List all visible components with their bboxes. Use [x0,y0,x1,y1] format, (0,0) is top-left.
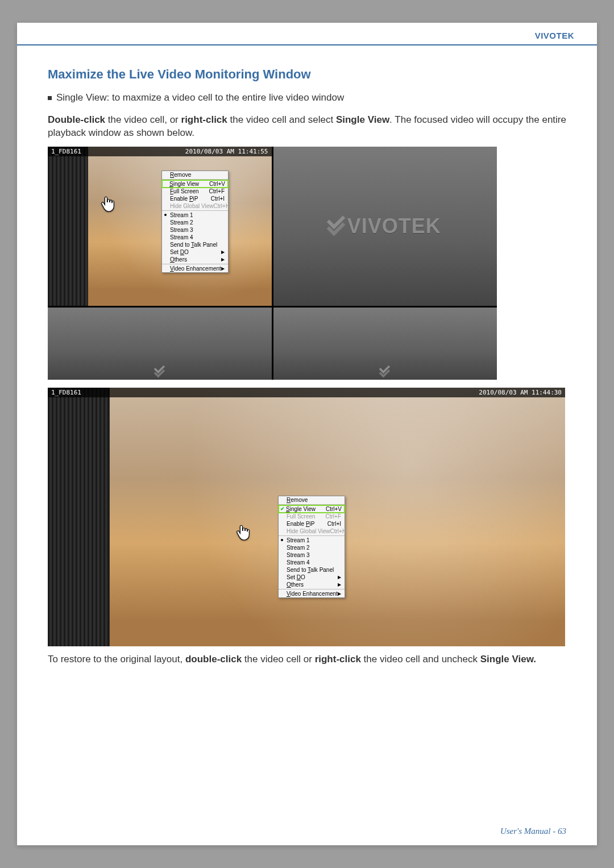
bold-text: Double-click [48,114,105,125]
shortcut-label: Ctrl+F [326,513,342,520]
logo-check-icon [329,217,344,235]
menu-item-send-talk[interactable]: Send to Talk Panel [162,241,228,248]
shortcut-label: Ctrl+H [214,203,230,209]
video-feed-image [48,147,272,306]
menu-item-stream2[interactable]: Stream 2 [162,219,228,226]
page-number: 63 [558,827,566,836]
camera-id-label: 1_FD8161 [51,389,81,396]
text: the video cell or [242,654,315,665]
shortcut-label: Ctrl+I [211,196,225,202]
menu-label: Hide Global View [170,203,214,209]
menu-label: Stream 2 [170,219,193,226]
menu-item-single-view[interactable]: Single ViewCtrl+V [161,180,229,188]
menu-item-stream4[interactable]: Stream 4 [279,559,345,566]
menu-separator [279,589,345,589]
square-bullet-icon [48,96,52,100]
menu-label: Stream 1 [170,212,193,218]
menu-item-single-view[interactable]: ✔Single ViewCtrl+V [278,505,345,513]
submenu-arrow-icon: ▶ [338,575,341,580]
shortcut-label: Ctrl+I [327,521,341,527]
shortcut-label: Ctrl+V [209,181,225,187]
menu-item-hide-global-view: Hide Global ViewCtrl+H [279,528,345,535]
video-overlay-bar: 1_FD8161 2010/08/03 AM 11:44:30 [48,388,565,397]
video-cell-empty[interactable] [273,308,497,380]
submenu-arrow-icon: ▶ [221,250,225,255]
submenu-arrow-icon: ▶ [338,591,341,596]
bold-text: right-click [315,654,361,665]
instruction-paragraph-1: Double-click the video cell, or right-cl… [48,114,566,140]
menu-label: Full Screen [287,513,316,520]
menu-item-others[interactable]: Others▶ [162,256,228,263]
footer-label: User's Manual - [500,827,558,836]
bold-text: right-click [181,114,227,125]
menu-separator [162,210,228,211]
bold-text: Single View [336,114,389,125]
logo-check-icon [380,366,389,377]
shortcut-label: Ctrl+V [326,506,342,512]
menu-item-enable-pip[interactable]: Enable PiPCtrl+I [279,520,345,528]
context-menu: Remove ✔Single ViewCtrl+V Full ScreenCtr… [278,496,345,598]
menu-label: Stream 3 [287,552,310,558]
video-cell-empty[interactable]: VIVOTEK [273,147,497,306]
menu-label: Stream 2 [287,545,310,551]
menu-label: Stream 4 [170,234,193,240]
bullet-text: Single View: to maxmize a video cell to … [56,92,344,103]
menu-item-video-enhancement[interactable]: Video Enhancement▶ [279,590,345,597]
shortcut-label: Ctrl+F [209,188,225,194]
menu-label: Hide Global View [287,528,330,534]
brand-name: VIVOTEK [535,31,574,40]
timestamp-label: 2010/08/03 AM 11:41:55 [185,148,268,155]
menu-item-send-talk[interactable]: Send to Talk Panel [279,566,345,574]
bullet-item: Single View: to maxmize a video cell to … [48,92,566,103]
text: the video cell, or [105,114,181,125]
screenshot-single-view[interactable]: 1_FD8161 2010/08/03 AM 11:44:30 Remove ✔… [48,388,565,646]
menu-item-stream3[interactable]: Stream 3 [279,551,345,559]
menu-separator [162,264,228,264]
menu-label: Stream 4 [287,559,310,566]
menu-item-full-screen[interactable]: Full ScreenCtrl+F [279,513,345,520]
submenu-arrow-icon: ▶ [221,257,225,262]
vivotek-logo-partial [377,363,392,380]
menu-item-remove[interactable]: Remove [162,171,228,178]
menu-item-full-screen[interactable]: Full ScreenCtrl+F [162,188,228,195]
context-menu: Remove Single ViewCtrl+V Full ScreenCtrl… [161,171,229,273]
menu-item-stream4[interactable]: Stream 4 [162,234,228,241]
menu-item-stream3[interactable]: Stream 3 [162,226,228,234]
menu-item-others[interactable]: Others▶ [279,581,345,588]
menu-item-hide-global-view: Hide Global ViewCtrl+H [162,202,228,210]
menu-item-video-enhancement[interactable]: Video Enhancement▶ [162,265,228,272]
menu-item-stream1[interactable]: Stream 1 [279,537,345,544]
placeholder-bg: VIVOTEK [273,147,497,306]
video-overlay-bar: 1_FD8161 2010/08/03 AM 11:41:55 [48,147,272,156]
vivotek-logo-partial [152,363,167,380]
menu-item-remove[interactable]: Remove [279,496,345,504]
camera-id-label: 1_FD8161 [51,148,81,155]
placeholder-bg [273,308,497,380]
text: To restore to the original layout, [48,654,185,665]
video-cell-empty[interactable] [48,308,272,380]
video-cell-active[interactable]: 1_FD8161 2010/08/03 AM 11:41:55 Remove S… [48,147,272,306]
menu-label: Stream 1 [287,537,310,543]
submenu-arrow-icon: ▶ [221,266,225,271]
menu-item-set-do[interactable]: Set DO▶ [279,574,345,581]
screenshot-grid-view: 1_FD8161 2010/08/03 AM 11:41:55 Remove S… [48,147,497,380]
page-footer: User's Manual - 63 [500,827,566,836]
text: the video cell and select [227,114,336,125]
menu-item-stream1[interactable]: Stream 1 [162,211,228,219]
page: VIVOTEK Maximize the Live Video Monitori… [17,23,597,845]
section-title: Maximize the Live Video Monitoring Windo… [48,67,566,82]
menu-item-set-do[interactable]: Set DO▶ [162,248,228,256]
instruction-paragraph-2: To restore to the original layout, doubl… [48,653,566,666]
logo-check-icon [155,366,164,377]
bold-text: double-click [185,654,242,665]
logo-text: VIVOTEK [347,214,441,238]
menu-item-enable-pip[interactable]: Enable PiPCtrl+I [162,195,228,202]
timestamp-label: 2010/08/03 AM 11:44:30 [479,389,562,396]
shortcut-label: Ctrl+H [330,528,347,534]
placeholder-bg [48,308,272,380]
menu-item-stream2[interactable]: Stream 2 [279,544,345,551]
selected-dot-icon [281,539,283,541]
page-header: VIVOTEK [17,23,597,45]
vivotek-logo: VIVOTEK [329,214,441,238]
check-icon: ✔ [280,506,285,512]
